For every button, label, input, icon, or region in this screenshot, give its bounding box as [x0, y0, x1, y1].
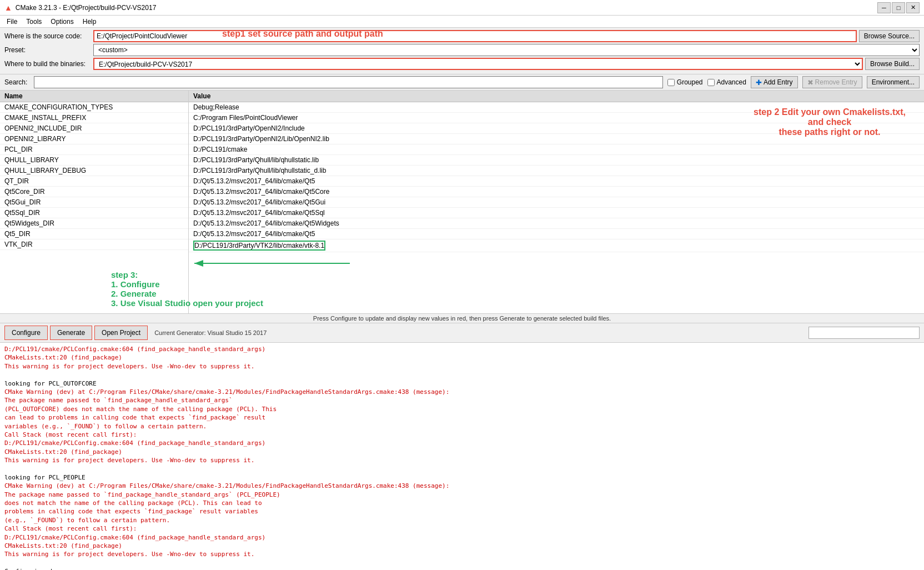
log-line: D:/PCL191/cmake/PCLConfig.cmake:604 (fin… [4, 439, 920, 447]
value-item: D:/Qt/5.13.2/msvc2017_64/lib/cmake/Qt5 [189, 229, 924, 239]
cmake-icon: ▲ [4, 3, 12, 12]
advanced-checkbox-group: Advanced [707, 78, 746, 86]
search-input[interactable] [34, 76, 662, 88]
log-line [4, 371, 920, 379]
grouped-checkbox-group: Grouped [667, 78, 703, 86]
name-panel: Name CMAKE_CONFIGURATION_TYPESCMAKE_INST… [0, 91, 189, 313]
value-header: Value [189, 91, 924, 102]
plus-icon: ✚ [756, 78, 762, 87]
log-line: (PCL_OUTOFCORE) does not match the name … [4, 405, 920, 413]
name-item[interactable]: OPENNI2_INCLUDE_DIR [0, 123, 188, 134]
log-line: This warning is for project developers. … [4, 550, 920, 558]
name-item[interactable]: Qt5Widgets_DIR [0, 218, 188, 229]
preset-row: Preset: <custom> [4, 44, 920, 56]
search-label: Search: [4, 78, 27, 86]
name-list: CMAKE_CONFIGURATION_TYPESCMAKE_INSTALL_P… [0, 102, 188, 250]
log-line: CMakeLists.txt:20 (find_package) [4, 448, 920, 456]
value-item: D:/Qt/5.13.2/msvc2017_64/lib/cmake/Qt5Sq… [189, 208, 924, 218]
browse-source-button[interactable]: Browse Source... [859, 30, 920, 42]
log-line: does not match the name of the calling p… [4, 499, 920, 507]
search-bar: Search: Grouped Advanced ✚ Add Entry ✖ R… [0, 74, 924, 91]
name-item[interactable]: PCL_DIR [0, 144, 188, 155]
source-input[interactable] [93, 30, 857, 42]
log-line: can lead to problems in calling code tha… [4, 413, 920, 422]
value-list: Debug;ReleaseC:/Program Files/PointCloud… [189, 102, 924, 252]
log-line: problems in calling code that expects `f… [4, 507, 920, 516]
log-line: This warning is for project developers. … [4, 456, 920, 464]
name-item[interactable]: CMAKE_INSTALL_PREFIX [0, 113, 188, 123]
form-area: step1 set source path and output path Wh… [0, 28, 924, 74]
menu-help[interactable]: Help [78, 17, 101, 27]
log-line: Call Stack (most recent call first): [4, 524, 920, 533]
log-line: D:/PCL191/cmake/PCLConfig.cmake:604 (fin… [4, 345, 920, 353]
log-line: Configuring done [4, 567, 920, 570]
binaries-row: Where to build the binaries: E:/QtProjec… [4, 58, 920, 70]
environment-button[interactable]: Environment... [867, 76, 920, 88]
value-item: D:/PCL191/cmake [189, 144, 924, 155]
log-line: This warning is for project developers. … [4, 362, 920, 371]
log-line: variables (e.g., `_FOUND`) to follow a c… [4, 422, 920, 431]
value-item: D:/Qt/5.13.2/msvc2017_64/lib/cmake/Qt5Co… [189, 187, 924, 197]
browse-build-button[interactable]: Browse Build... [865, 58, 920, 70]
minimize-button[interactable]: ─ [877, 2, 891, 13]
log-line: looking for PCL_PEOPLE [4, 473, 920, 482]
log-area: D:/PCL191/cmake/PCLConfig.cmake:604 (fin… [0, 343, 924, 570]
value-item: D:/Qt/5.13.2/msvc2017_64/lib/cmake/Qt5Wi… [189, 218, 924, 229]
menu-tools[interactable]: Tools [22, 17, 46, 27]
preset-label: Preset: [4, 46, 93, 54]
name-item[interactable]: Qt5Sql_DIR [0, 208, 188, 218]
value-item: D:/PCL191/3rdParty/Qhull/lib/qhullstatic… [189, 155, 924, 166]
title-bar: ▲ CMake 3.21.3 - E:/QtProject/build-PCV-… [0, 0, 924, 16]
content-split: Name CMAKE_CONFIGURATION_TYPESCMAKE_INST… [0, 91, 924, 314]
log-line: (e.g., `_FOUND`) to follow a certain pat… [4, 516, 920, 524]
minus-icon: ✖ [807, 78, 813, 87]
name-item[interactable]: OPENNI2_LIBRARY [0, 134, 188, 144]
title-bar-text: CMake 3.21.3 - E:/QtProject/build-PCV-VS… [16, 4, 877, 12]
value-item: D:/PCL191/3rdParty/Qhull/lib/qhullstatic… [189, 166, 924, 176]
name-item[interactable]: QHULL_LIBRARY_DEBUG [0, 166, 188, 176]
name-item[interactable]: Qt5Gui_DIR [0, 197, 188, 208]
name-item[interactable]: Qt5Core_DIR [0, 187, 188, 197]
name-header: Name [0, 91, 188, 102]
log-line: CMake Warning (dev) at C:/Program Files/… [4, 482, 920, 490]
main-container: step1 set source path and output path Wh… [0, 28, 924, 570]
menu-options[interactable]: Options [46, 17, 78, 27]
name-item[interactable]: CMAKE_CONFIGURATION_TYPES [0, 102, 188, 113]
menu-file[interactable]: File [2, 17, 22, 27]
add-entry-button[interactable]: ✚ Add Entry [751, 76, 798, 88]
value-item: Debug;Release [189, 102, 924, 113]
remove-entry-button[interactable]: ✖ Remove Entry [802, 76, 862, 88]
name-item[interactable]: Qt5_DIR [0, 229, 188, 239]
log-line: D:/PCL191/cmake/PCLConfig.cmake:604 (fin… [4, 533, 920, 542]
advanced-checkbox[interactable] [707, 79, 715, 86]
close-button[interactable]: ✕ [906, 2, 920, 13]
log-line: The package name passed to `find_package… [4, 396, 920, 404]
generate-button[interactable]: Generate [50, 326, 92, 340]
generator-text: Current Generator: Visual Studio 15 2017 [154, 329, 267, 336]
log-line [4, 559, 920, 567]
grouped-checkbox[interactable] [667, 79, 675, 86]
source-row: Where is the source code: Browse Source.… [4, 30, 920, 42]
value-item: D:/Qt/5.13.2/msvc2017_64/lib/cmake/Qt5 [189, 176, 924, 187]
log-line: CMakeLists.txt:20 (find_package) [4, 353, 920, 362]
value-item: D:/Qt/5.13.2/msvc2017_64/lib/cmake/Qt5Gu… [189, 197, 924, 208]
preset-select[interactable]: <custom> [93, 44, 920, 56]
binaries-select[interactable]: E:/QtProject/build-PCV-VS2017 [93, 58, 863, 70]
name-item[interactable]: QHULL_LIBRARY [0, 155, 188, 166]
configure-button[interactable]: Configure [4, 326, 48, 340]
advanced-label[interactable]: Advanced [717, 78, 746, 86]
log-line: looking for PCL_OUTOFCORE [4, 379, 920, 388]
name-item[interactable]: QT_DIR [0, 176, 188, 187]
value-item: C:/Program Files/PointCloudViewer [189, 113, 924, 123]
value-panel: Value Debug;ReleaseC:/Program Files/Poin… [189, 91, 924, 313]
value-item: D:/PCL191/3rdParty/VTK2/lib/cmake/vtk-8.… [189, 239, 924, 252]
grouped-label[interactable]: Grouped [677, 78, 703, 86]
open-project-button[interactable]: Open Project [94, 326, 148, 340]
maximize-button[interactable]: □ [892, 2, 905, 13]
name-item[interactable]: VTK_DIR [0, 239, 188, 250]
log-line: CMakeLists.txt:20 (find_package) [4, 542, 920, 550]
source-label: Where is the source code: [4, 32, 93, 40]
window-controls[interactable]: ─ □ ✕ [877, 2, 920, 13]
status-message: Press Configure to update and display ne… [0, 314, 924, 323]
generator-input[interactable] [808, 327, 920, 339]
